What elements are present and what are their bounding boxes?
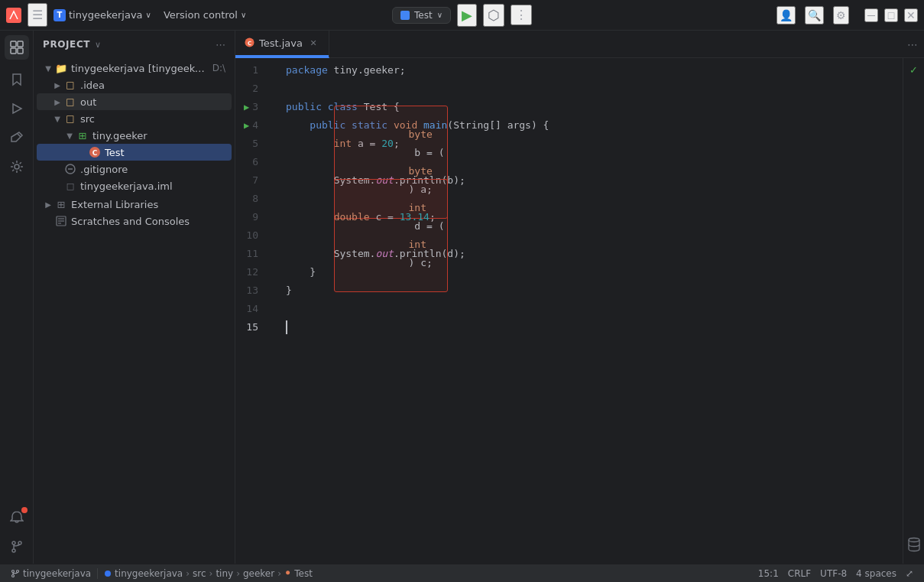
activity-project-icon[interactable]	[5, 35, 29, 60]
tab-close-button[interactable]: ✕	[307, 37, 319, 50]
run-more-button[interactable]: ⋮	[511, 5, 532, 25]
window-controls: ─ □ ✕	[864, 8, 918, 22]
scratches-icon	[55, 215, 67, 227]
tree-label-root: tinygeekerjava [tinygeekerjava]	[71, 63, 208, 74]
tab-more-button[interactable]: ⋯	[907, 38, 918, 50]
svg-point-20	[909, 538, 919, 542]
tree-item-iml[interactable]: □ tinygeekerjava.iml	[37, 177, 232, 194]
editor-tabs: C Test.java ✕ ⋯	[235, 31, 924, 58]
tree-item-idea[interactable]: ▶ □ .idea	[37, 76, 232, 93]
code-content[interactable]: package tiny.geeker; public class Test {…	[274, 58, 903, 564]
gutter-line-12: 12	[235, 263, 264, 281]
profile-button[interactable]: 👤	[776, 6, 796, 24]
iml-icon: □	[64, 180, 76, 192]
title-bar: ☰ T tinygeekerjava ∨ Version control ∨ T…	[0, 0, 924, 31]
run-config-button[interactable]: Test ∨	[392, 7, 451, 24]
status-git-branch[interactable]: tinygeekerjava	[6, 564, 96, 582]
status-position[interactable]: 15:1	[754, 568, 783, 579]
breadcrumb-sep-1: ›	[186, 568, 190, 579]
svg-point-8	[12, 549, 15, 552]
status-indent[interactable]: 4 spaces	[851, 568, 901, 579]
kw-public-1: public	[286, 98, 322, 116]
tree-label-test: Test	[105, 147, 225, 158]
sidebar-title: Project	[43, 39, 90, 50]
breadcrumb-tiny: tiny	[216, 568, 233, 579]
activity-git-icon[interactable]	[5, 535, 29, 559]
code-line-2	[274, 80, 903, 98]
gutter-line-10: 10	[235, 226, 264, 245]
tab-label: Test.java	[259, 37, 303, 49]
tab-test-java[interactable]: C Test.java ✕	[235, 31, 329, 58]
sidebar-header: Project ∨ ⋯	[34, 31, 235, 58]
tree-item-src[interactable]: ▼ □ src	[37, 110, 232, 127]
code-line-13: }	[274, 281, 903, 300]
gutter-line-9: 9	[235, 208, 264, 226]
status-line-ending[interactable]: CRLF	[783, 568, 815, 579]
svg-point-23	[17, 570, 19, 572]
version-control-label: Version control	[164, 9, 238, 21]
tree-item-ext-libs[interactable]: ▶ ⊞ External Libraries	[37, 196, 232, 213]
maximize-button[interactable]: □	[884, 8, 898, 22]
settings-button[interactable]: ⚙	[833, 6, 849, 24]
svg-text:C: C	[248, 41, 251, 47]
status-position-label: 15:1	[758, 568, 779, 579]
tree-arrow-out: ▶	[52, 96, 63, 107]
search-button[interactable]: 🔍	[805, 6, 824, 24]
breadcrumb-geeker: geeker	[243, 568, 274, 579]
activity-settings-icon[interactable]	[5, 154, 29, 179]
code-args: [] args) {	[489, 116, 549, 135]
breadcrumb-sep-4: ›	[277, 568, 281, 579]
project-badge: T	[53, 9, 66, 21]
gutter-line-1: 1	[235, 61, 264, 80]
debug-button[interactable]: ⬡	[483, 4, 504, 27]
status-encoding[interactable]: UTF-8	[815, 568, 851, 579]
run-config-arrow: ∨	[437, 11, 443, 19]
tree-item-test-class[interactable]: C Test	[37, 144, 232, 161]
activity-run-icon[interactable]	[5, 96, 29, 121]
activity-notifications-icon[interactable]	[5, 506, 29, 530]
code-line-12: }	[274, 263, 903, 281]
folder-icon-src: □	[64, 112, 76, 125]
line-numbers-gutter: 1 2 ▶ 3 ▶ 4 5 6 7 8 9 10 11 12 13 14	[235, 58, 274, 564]
version-control-button[interactable]: Version control ∨	[164, 9, 246, 21]
close-button[interactable]: ✕	[904, 8, 918, 22]
code-line-11: System. out .println(d);	[274, 245, 903, 263]
status-breadcrumb[interactable]: tinygeekerjava › src › tiny › geeker › ⚫…	[99, 564, 317, 582]
breadcrumb-sep-2: ›	[209, 568, 213, 579]
breadcrumb-class-icon: ⚫	[284, 568, 291, 578]
svg-marker-4	[13, 104, 21, 113]
tree-item-gitignore[interactable]: .gitignore	[37, 161, 232, 177]
run-button[interactable]: ▶	[457, 4, 477, 27]
project-name-button[interactable]: T tinygeekerjava ∨	[53, 9, 151, 21]
tab-java-icon: C	[245, 37, 255, 50]
code-indent-9	[286, 208, 334, 226]
breadcrumb-sep-3: ›	[236, 568, 240, 579]
status-crlf-label: CRLF	[788, 568, 811, 579]
tree-item-out[interactable]: ▶ □ out	[37, 93, 232, 110]
minimize-button[interactable]: ─	[864, 8, 878, 22]
tree-item-root[interactable]: ▼ 📁 tinygeekerjava [tinygeekerjava] D:\	[37, 60, 232, 76]
git-branch-icon	[11, 569, 20, 578]
tree-item-package[interactable]: ▼ ⊞ tiny.geeker	[37, 127, 232, 144]
tree-arrow-src: ▼	[52, 113, 63, 124]
folder-icon-out: □	[64, 96, 76, 108]
gutter-line-7: 7	[235, 171, 264, 190]
database-icon[interactable]	[907, 537, 921, 554]
editor-area: C Test.java ✕ ⋯ 1 2 ▶ 3 ▶	[235, 31, 924, 564]
folder-icon-idea: □	[64, 79, 76, 91]
activity-bookmarks-icon[interactable]	[5, 67, 29, 92]
tree-arrow-iml	[52, 180, 63, 191]
breadcrumb-src: src	[193, 568, 206, 579]
gutter-line-8: 8	[235, 190, 264, 208]
tree-item-scratches[interactable]: Scratches and Consoles	[37, 213, 232, 229]
status-expand[interactable]: ⤢	[901, 568, 918, 579]
svg-point-6	[15, 164, 19, 169]
sidebar-more-button[interactable]: ⋯	[216, 39, 225, 50]
expand-icon: ⤢	[906, 568, 913, 579]
activity-build-icon[interactable]	[5, 125, 29, 150]
svg-rect-0	[11, 41, 16, 47]
hamburger-menu-button[interactable]: ☰	[28, 3, 47, 27]
tree-label-ext-libs: External Libraries	[71, 199, 225, 210]
tree-arrow-test	[76, 147, 87, 158]
activity-bar	[0, 31, 34, 564]
